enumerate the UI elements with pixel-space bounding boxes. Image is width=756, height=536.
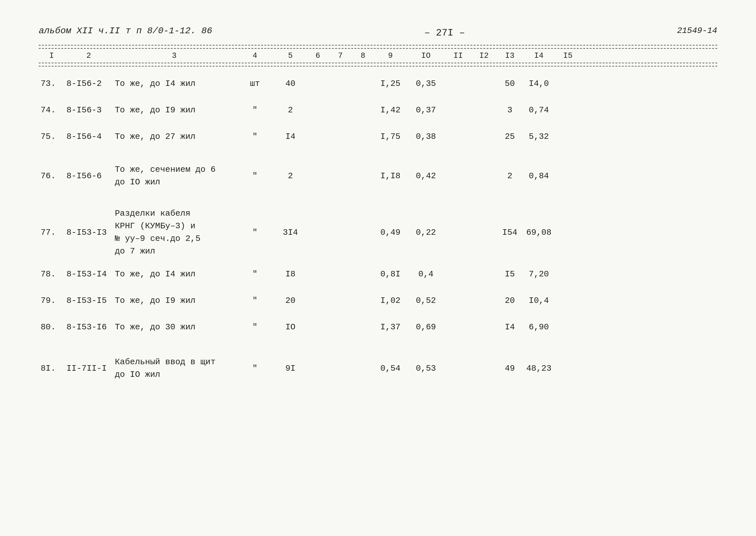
cell-73-code: 8-I56-2 (65, 78, 113, 90)
col-header-13: I3 (497, 51, 523, 60)
cell-76-col6 (306, 175, 329, 177)
cell-76-code: 8-I56-6 (65, 170, 113, 182)
cell-76-col5: 2 (274, 170, 306, 182)
cell-73-col14: I4,0 (523, 78, 555, 90)
cell-81-col12 (471, 367, 497, 370)
col-header-11: II (445, 51, 471, 60)
cell-74-col7 (329, 109, 352, 112)
cell-79-col14: I0,4 (523, 294, 555, 307)
cell-79-col13: 20 (497, 294, 523, 307)
cell-77-col10: 0,22 (407, 226, 445, 239)
cell-79-col10: 0,52 (407, 294, 445, 307)
cell-74-code: 8-I56-3 (65, 104, 113, 116)
cell-80-desc: То же, до 30 жил (113, 320, 236, 334)
cell-78-col15 (555, 273, 581, 276)
cell-74-id: 74. (39, 104, 65, 116)
cell-81-col10: 0,53 (407, 362, 445, 375)
table-row: 78. 8-I53-I4 То же, до I4 жил " I8 0,8I … (39, 263, 717, 285)
cell-77-col14: 69,08 (523, 226, 555, 239)
cell-77-unit: " (236, 226, 274, 239)
cell-79-code: 8-I53-I5 (65, 294, 113, 307)
cell-80-col15 (555, 326, 581, 328)
col-header-8: 8 (352, 51, 374, 60)
cell-79-col9: I,02 (374, 294, 407, 307)
cell-81-desc: Кабельный ввод в щитдо IO жил (113, 354, 236, 382)
cell-74-desc: То же, до I9 жил (113, 103, 236, 117)
col-header-15: I5 (555, 51, 581, 60)
cell-80-col12 (471, 326, 497, 328)
table-row: 8I. II-7II-I Кабельный ввод в щитдо IO ж… (39, 344, 717, 389)
cell-74-col13: 3 (497, 104, 523, 116)
cell-73-col8 (352, 82, 374, 85)
cell-75-unit: " (236, 130, 274, 143)
cell-74-unit: " (236, 104, 274, 116)
cell-79-col12 (471, 299, 497, 302)
col-header-14: I4 (523, 51, 555, 60)
cell-78-col13: I5 (497, 268, 523, 280)
cell-77-col8 (352, 231, 374, 234)
column-headers: I 2 3 4 5 6 7 8 9 IO II I2 I3 I4 I5 (39, 48, 717, 63)
cell-80-col13: I4 (497, 321, 523, 333)
table-row: 75. 8-I56-4 То же, до 27 жил " I4 I,75 0… (39, 125, 717, 148)
cell-73-col6 (306, 82, 329, 85)
cell-76-col11 (445, 175, 471, 177)
cell-76-desc: То же, сечением до 6до IO жил (113, 162, 236, 190)
top-dashed-line (39, 45, 717, 46)
cell-81-col7 (329, 367, 352, 370)
cell-79-col5: 20 (274, 294, 306, 307)
col-header-10: IO (407, 51, 445, 60)
cell-74-col8 (352, 109, 374, 112)
cell-75-col13: 25 (497, 130, 523, 143)
cell-78-col9: 0,8I (374, 268, 407, 280)
cell-78-col7 (329, 273, 352, 276)
col-header-4: 4 (236, 51, 274, 60)
cell-77-col6 (306, 231, 329, 234)
cell-80-col10: 0,69 (407, 321, 445, 333)
cell-80-col9: I,37 (374, 321, 407, 333)
cell-79-col15 (555, 299, 581, 302)
cell-73-col7 (329, 82, 352, 85)
col-header-2: 2 (65, 51, 113, 60)
cell-73-id: 73. (39, 78, 65, 90)
cell-75-col6 (306, 135, 329, 138)
cell-81-col14: 48,23 (523, 362, 555, 375)
cell-76-col14: 0,84 (523, 170, 555, 182)
cell-80-col14: 6,90 (523, 321, 555, 333)
header-right: 21549-14 (677, 26, 717, 36)
col-header-7: 7 (329, 51, 352, 60)
cell-80-col5: IO (274, 321, 306, 333)
cell-80-id: 80. (39, 321, 65, 333)
cell-75-desc: То же, до 27 жил (113, 129, 236, 144)
cell-79-col8 (352, 299, 374, 302)
cell-74-col14: 0,74 (523, 104, 555, 116)
table-row: 79. 8-I53-I5 То же, до I9 жил " 20 I,02 … (39, 289, 717, 312)
cell-77-id: 77. (39, 226, 65, 239)
cell-80-col6 (306, 326, 329, 328)
header-left: альбом XII ч.II т п 8/0-1-12. 86 (39, 26, 212, 36)
cell-73-col12 (471, 82, 497, 85)
cell-73-unit: шт (236, 78, 274, 90)
cell-76-id: 76. (39, 170, 65, 182)
cell-76-col8 (352, 175, 374, 177)
cell-76-col10: 0,42 (407, 170, 445, 182)
cell-75-col11 (445, 135, 471, 138)
cell-81-id: 8I. (39, 362, 65, 375)
cell-75-col9: I,75 (374, 130, 407, 143)
cell-74-col15 (555, 109, 581, 112)
cell-79-col6 (306, 299, 329, 302)
cell-81-col8 (352, 367, 374, 370)
cell-81-unit: " (236, 362, 274, 375)
table-row: 74. 8-I56-3 То же, до I9 жил " 2 I,42 0,… (39, 99, 717, 121)
cell-77-col7 (329, 231, 352, 234)
cell-81-col9: 0,54 (374, 362, 407, 375)
cell-78-unit: " (236, 268, 274, 280)
cell-80-unit: " (236, 321, 274, 333)
cell-81-col11 (445, 367, 471, 370)
col-header-5: 5 (274, 51, 306, 60)
cell-77-code: 8-I53-I3 (65, 226, 113, 239)
cell-79-col11 (445, 299, 471, 302)
cell-76-col9: I,I8 (374, 170, 407, 182)
cell-78-code: 8-I53-I4 (65, 268, 113, 280)
cell-75-col10: 0,38 (407, 130, 445, 143)
cell-73-col15 (555, 82, 581, 85)
